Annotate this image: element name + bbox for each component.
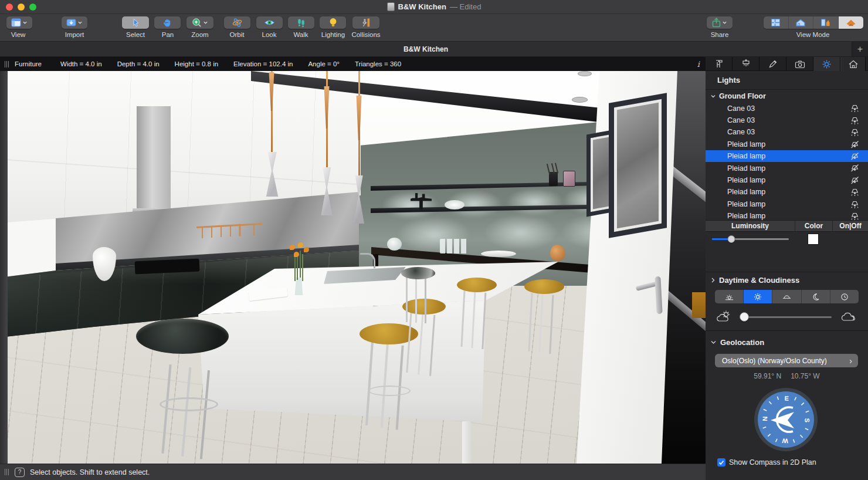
info-icon[interactable]: i: [697, 60, 700, 69]
lamp-state-icon[interactable]: [850, 187, 860, 197]
light-item[interactable]: Cane 03: [706, 114, 868, 126]
zoom-window-button[interactable]: [29, 4, 36, 11]
minimize-window-button[interactable]: [18, 4, 25, 11]
view-mode-3d-button[interactable]: [839, 16, 864, 29]
orbit-tool-button[interactable]: [224, 16, 250, 29]
daytime-section-header[interactable]: Daytime & Cloudiness: [710, 276, 799, 285]
status-message: Select objects. Shift to extend select.: [30, 468, 150, 476]
copper-vase-decor: [550, 245, 565, 261]
inspector-tab-bar: [706, 57, 868, 71]
pan-tool-button[interactable]: [154, 16, 181, 29]
checkbox-checked-icon[interactable]: [717, 458, 725, 467]
light-color-swatch[interactable]: [808, 234, 819, 245]
luminosity-slider-knob[interactable]: [727, 235, 735, 243]
mode-sunrise-button[interactable]: [715, 290, 744, 303]
split-view-icon: [820, 18, 830, 27]
light-item[interactable]: Pleiad lamp: [706, 198, 868, 210]
pink-box-decor: [563, 171, 575, 187]
share-label: Share: [711, 31, 729, 38]
light-item-selected[interactable]: Pleiad lamp: [706, 150, 868, 162]
view-mode-segmented-control: [764, 16, 863, 29]
collisions-button[interactable]: [352, 16, 379, 29]
mode-night-button[interactable]: [802, 290, 830, 303]
tab-object-properties[interactable]: [706, 57, 733, 71]
document-tab[interactable]: B&W Kitchen: [0, 42, 852, 56]
group-row-ground-floor[interactable]: Ground Floor: [706, 90, 868, 102]
range-hood-chimney: [137, 106, 171, 211]
light-name: Pleiad lamp: [727, 200, 868, 208]
2d-plan-icon: [771, 18, 781, 27]
clock-icon: [840, 293, 849, 301]
mode-day-button[interactable]: [744, 290, 772, 303]
lamp-state-icon[interactable]: [850, 127, 860, 137]
light-item[interactable]: Cane 03: [706, 102, 868, 114]
compass-north: N: [761, 417, 768, 421]
view-mode-2d-button[interactable]: [764, 16, 789, 29]
cursor-icon: [131, 18, 140, 28]
caliper-icon: [714, 59, 724, 69]
hand-icon: [162, 18, 172, 28]
lamp-state-icon[interactable]: [850, 151, 860, 161]
compass-dial[interactable]: N E S W: [753, 387, 819, 452]
mode-sunset-button[interactable]: [772, 290, 801, 303]
mode-time-button[interactable]: [830, 290, 859, 303]
share-button[interactable]: [707, 16, 733, 29]
paint-brush-icon: [741, 59, 751, 69]
light-item[interactable]: Pleiad lamp: [706, 186, 868, 198]
geolocation-section-header[interactable]: Geolocation: [710, 338, 764, 347]
show-compass-label: Show Compass in 2D Plan: [729, 458, 816, 467]
flower-blooms: [290, 245, 295, 250]
walk-tool-button[interactable]: [288, 16, 314, 29]
close-window-button[interactable]: [6, 4, 13, 11]
help-icon[interactable]: ?: [15, 468, 25, 477]
view-label: View: [11, 31, 26, 38]
tab-camera[interactable]: [786, 57, 813, 71]
light-item[interactable]: Pleiad lamp: [706, 210, 868, 220]
daytime-title: Daytime & Cloudiness: [719, 276, 799, 285]
show-compass-option[interactable]: Show Compass in 2D Plan: [717, 458, 816, 467]
lamp-state-icon[interactable]: [850, 163, 860, 173]
sun-icon: [822, 59, 832, 69]
view-button[interactable]: [6, 16, 32, 29]
import-button[interactable]: [62, 16, 87, 29]
lamp-state-icon[interactable]: [850, 200, 860, 209]
location-picker-button[interactable]: Oslo(Oslo) (Norway/Oslo County) ›: [715, 354, 858, 367]
view-mode-elevation-button[interactable]: [789, 16, 814, 29]
new-tab-button[interactable]: +: [852, 42, 868, 56]
column-color: Color: [795, 221, 833, 231]
tab-edit[interactable]: [760, 57, 786, 71]
select-tool-button[interactable]: [122, 16, 149, 29]
light-item[interactable]: Cane 03: [706, 126, 868, 138]
light-item[interactable]: Pleiad lamp: [706, 174, 868, 186]
light-bulb-icon: [329, 18, 337, 28]
light-item[interactable]: Pleiad lamp: [706, 138, 868, 150]
lamp-state-icon[interactable]: [850, 175, 860, 185]
zoom-tool-button[interactable]: [187, 16, 213, 29]
cloudiness-slider[interactable]: [741, 316, 832, 318]
light-item[interactable]: Pleiad lamp: [706, 162, 868, 174]
drag-handle-icon[interactable]: [5, 61, 9, 67]
select-label: Select: [126, 31, 145, 38]
3d-viewport[interactable]: [0, 71, 706, 464]
document-title: B&W Kitchen: [398, 2, 446, 11]
drag-handle-icon[interactable]: [5, 469, 9, 475]
compass-east: E: [784, 394, 789, 401]
tab-materials[interactable]: [733, 57, 760, 71]
look-tool-button[interactable]: [256, 16, 283, 29]
lighting-button[interactable]: [320, 16, 346, 29]
lamp-state-icon[interactable]: [850, 103, 860, 113]
view-mode-split-button[interactable]: [813, 16, 839, 29]
traffic-lights: [6, 4, 36, 11]
framed-picture-large: [609, 93, 667, 238]
cloudiness-slider-knob[interactable]: [740, 312, 749, 322]
light-name: Pleiad lamp: [727, 188, 868, 196]
tab-lights[interactable]: [813, 57, 840, 71]
luminosity-slider[interactable]: [712, 238, 789, 240]
disclosure-right-icon: [710, 277, 716, 283]
lamp-state-icon[interactable]: [850, 211, 860, 220]
lamp-state-icon[interactable]: [850, 140, 860, 150]
lamp-state-icon[interactable]: [850, 116, 860, 126]
disclosure-triangle-icon[interactable]: [710, 93, 716, 99]
tab-building-properties[interactable]: [840, 57, 866, 71]
longitude-value: 10.75° W: [791, 372, 820, 380]
